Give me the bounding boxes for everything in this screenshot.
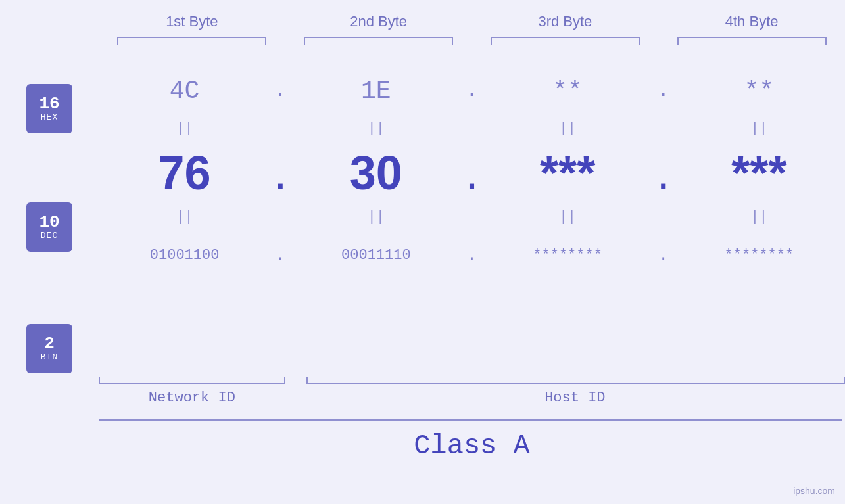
- network-id-label: Network ID: [99, 390, 285, 406]
- watermark: ipshu.com: [793, 486, 835, 496]
- dec-byte4: ***: [673, 146, 845, 200]
- host-bracket: [306, 377, 845, 384]
- dec-row: 76 . 30 . *** . ***: [99, 140, 845, 206]
- hex-badge-number: 16: [39, 95, 59, 112]
- bracket2-line: [304, 37, 453, 45]
- bin-byte3: ********: [482, 247, 654, 263]
- bin-byte2: 00011110: [290, 247, 462, 263]
- equals2-byte1: ||: [99, 209, 270, 225]
- top-brackets: [0, 37, 845, 45]
- bracket1: [99, 37, 285, 45]
- dec-badge: 10 DEC: [26, 202, 72, 252]
- byte2-header: 2nd Byte: [285, 13, 472, 30]
- dec-dot2: .: [462, 148, 482, 198]
- equals1-byte4: ||: [673, 120, 845, 137]
- bracket4: [658, 37, 845, 45]
- class-section: Class A: [0, 419, 845, 462]
- class-label: Class A: [99, 430, 845, 462]
- dec-byte2: 30: [290, 146, 462, 200]
- byte-headers: 1st Byte 2nd Byte 3rd Byte 4th Byte: [0, 13, 845, 30]
- dec-dot3: .: [654, 148, 673, 198]
- bracket4-line: [677, 37, 827, 45]
- hex-byte3: **: [482, 77, 654, 105]
- labels-row: Network ID Host ID: [99, 390, 845, 406]
- bin-badge: 2 BIN: [26, 324, 72, 373]
- bottom-section: Network ID Host ID: [0, 377, 845, 406]
- bracket3: [472, 37, 659, 45]
- hex-badge-label: HEX: [41, 112, 58, 122]
- dec-byte3: ***: [482, 146, 654, 200]
- content-area: 16 HEX 10 DEC 2 BIN 4C . 1E . ** . **: [0, 64, 845, 373]
- byte1-header: 1st Byte: [99, 13, 285, 30]
- byte3-header: 3rd Byte: [472, 13, 659, 30]
- host-id-label: Host ID: [305, 390, 845, 406]
- hex-row: 4C . 1E . ** . **: [99, 64, 845, 117]
- bin-badge-number: 2: [44, 335, 55, 352]
- bracket3-line: [491, 37, 640, 45]
- hex-badge: 16 HEX: [26, 84, 72, 133]
- network-bracket: [99, 377, 285, 384]
- bin-row: 01001100 . 00011110 . ******** . *******…: [99, 229, 845, 281]
- bin-badge-label: BIN: [41, 352, 58, 362]
- equals-row1: || || || ||: [99, 117, 845, 140]
- byte4-header: 4th Byte: [658, 13, 845, 30]
- dec-dot1: .: [270, 148, 290, 198]
- bin-byte4: ********: [673, 247, 845, 263]
- dec-byte1: 76: [99, 146, 270, 200]
- badges-column: 16 HEX 10 DEC 2 BIN: [0, 64, 99, 373]
- hex-byte4: **: [673, 77, 845, 105]
- bracket1-line: [117, 37, 266, 45]
- equals1-byte3: ||: [482, 120, 654, 137]
- data-columns: 4C . 1E . ** . ** || || || || 76: [99, 64, 845, 281]
- main-container: 1st Byte 2nd Byte 3rd Byte 4th Byte 16 H…: [0, 0, 845, 504]
- hex-dot1: .: [270, 80, 290, 102]
- equals-row2: || || || ||: [99, 206, 845, 229]
- equals2-byte2: ||: [290, 209, 462, 225]
- equals2-byte3: ||: [482, 209, 654, 225]
- equals1-byte1: ||: [99, 120, 270, 137]
- bracket2: [285, 37, 472, 45]
- hex-dot2: .: [462, 80, 482, 102]
- bottom-brackets-row: [99, 377, 845, 384]
- equals1-byte2: ||: [290, 120, 462, 137]
- bin-dot1: .: [270, 246, 290, 264]
- dec-badge-label: DEC: [41, 231, 58, 241]
- hex-byte2: 1E: [290, 77, 462, 105]
- hex-dot3: .: [654, 80, 673, 102]
- equals2-byte4: ||: [673, 209, 845, 225]
- dec-badge-number: 10: [39, 214, 59, 231]
- hex-byte1: 4C: [99, 77, 270, 105]
- bin-byte1: 01001100: [99, 247, 270, 263]
- class-top-line: [99, 419, 842, 421]
- bin-dot2: .: [462, 246, 482, 264]
- bin-dot3: .: [654, 246, 673, 264]
